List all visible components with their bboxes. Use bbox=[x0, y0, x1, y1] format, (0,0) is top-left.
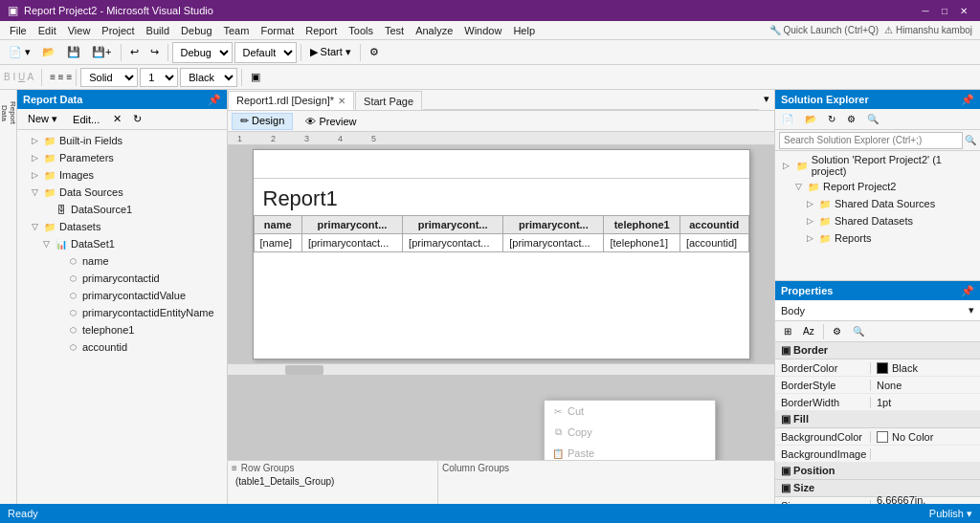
report-paper[interactable]: Report1 name primarycont... primarycont.… bbox=[253, 149, 750, 360]
sol-label: Reports bbox=[835, 232, 872, 244]
misc-btn[interactable]: ⚙ bbox=[365, 42, 384, 63]
menu-analyze[interactable]: Analyze bbox=[410, 23, 458, 38]
tree-field-primarycontactid[interactable]: ⬡ primarycontactid bbox=[19, 270, 225, 287]
prop-value[interactable]: No Color bbox=[871, 431, 980, 443]
refresh-btn[interactable]: ↻ bbox=[128, 111, 146, 128]
dataset-icon: 📊 bbox=[54, 236, 69, 251]
tree-field-name[interactable]: ⬡ name bbox=[19, 252, 225, 270]
prop-value[interactable]: None bbox=[871, 380, 980, 391]
prop-dropdown-icon[interactable]: ▾ bbox=[969, 304, 974, 316]
close-button[interactable]: ✕ bbox=[955, 3, 972, 18]
save-all-button[interactable]: 💾+ bbox=[87, 42, 116, 63]
open-button[interactable]: 📂 bbox=[37, 42, 60, 63]
ctx-paste[interactable]: 📋 Paste bbox=[545, 443, 715, 460]
border-style-dropdown[interactable]: Solid bbox=[80, 68, 138, 87]
tree-datasource1[interactable]: 🗄 DataSource1 bbox=[19, 201, 225, 218]
tree-project[interactable]: ▽ 📁 Report Project2 bbox=[777, 178, 978, 195]
menu-team[interactable]: Team bbox=[218, 23, 256, 38]
format-extra-btn[interactable]: ▣ bbox=[246, 67, 265, 88]
tree-field-primarycontactidvalue[interactable]: ⬡ primarycontactidValue bbox=[19, 287, 225, 304]
row-group-item[interactable]: (table1_Details_Group) bbox=[232, 475, 434, 488]
position-section[interactable]: ▣ Position bbox=[775, 463, 980, 480]
sol-toolbar-btn3[interactable]: ↻ bbox=[823, 111, 840, 128]
start-button[interactable]: ▶ Start ▾ bbox=[305, 42, 356, 63]
delete-btn[interactable]: ✕ bbox=[108, 111, 126, 128]
report-canvas[interactable]: 12345 Report1 name primarycont... primar… bbox=[228, 132, 774, 460]
menu-debug[interactable]: Debug bbox=[175, 23, 217, 38]
border-color-dropdown[interactable]: Black bbox=[180, 68, 237, 87]
tab-scroll-btn[interactable]: ▾ bbox=[759, 88, 774, 109]
tab-close-icon[interactable]: ✕ bbox=[338, 96, 345, 106]
sol-toolbar-btn5[interactable]: 🔍 bbox=[862, 111, 883, 128]
menu-window[interactable]: Window bbox=[458, 23, 507, 38]
tree-reports[interactable]: ▷ 📁 Reports bbox=[777, 229, 978, 247]
border-width-dropdown[interactable]: 1 pt bbox=[140, 68, 178, 87]
prop-extra-btn2[interactable]: 🔍 bbox=[848, 323, 869, 340]
prop-value[interactable]: 1pt bbox=[871, 397, 980, 408]
tree-shared-datasets[interactable]: ▷ 📁 Shared Datasets bbox=[777, 212, 978, 229]
menu-build[interactable]: Build bbox=[141, 23, 175, 38]
tree-builtin-fields[interactable]: ▷ 📁 Built-in Fields bbox=[19, 132, 225, 149]
border-section[interactable]: ▣ Border bbox=[775, 342, 980, 360]
prop-alpha-btn[interactable]: Az bbox=[798, 323, 819, 340]
menu-tools[interactable]: Tools bbox=[343, 23, 379, 38]
tree-solution[interactable]: ▷ 📁 Solution 'Report Project2' (1 projec… bbox=[777, 153, 978, 178]
hscrollbar[interactable] bbox=[228, 363, 774, 375]
edit-btn[interactable]: Edit... bbox=[66, 111, 106, 128]
design-button[interactable]: ✏ Design bbox=[232, 113, 293, 130]
context-menu[interactable]: ✂ Cut ⧉ Copy 📋 Paste Insert ▶ T bbox=[544, 400, 716, 460]
report-table[interactable]: name primarycont... primarycont... prima… bbox=[254, 215, 749, 252]
tree-parameters[interactable]: ▷ 📁 Parameters bbox=[19, 149, 225, 166]
menu-view[interactable]: View bbox=[62, 23, 97, 38]
maximize-button[interactable]: □ bbox=[936, 3, 953, 18]
prop-category-btn[interactable]: ⊞ bbox=[779, 323, 796, 340]
publish-button[interactable]: Publish ▾ bbox=[929, 508, 972, 520]
minimize-button[interactable]: ─ bbox=[917, 3, 934, 18]
tree-shared-datasources[interactable]: ▷ 📁 Shared Data Sources bbox=[777, 195, 978, 212]
folder-icon: 📁 bbox=[817, 196, 833, 211]
undo-button[interactable]: ↩ bbox=[125, 42, 144, 63]
menu-format[interactable]: Format bbox=[255, 23, 300, 38]
menu-project[interactable]: Project bbox=[96, 23, 140, 38]
solution-tree: ▷ 📁 Solution 'Report Project2' (1 projec… bbox=[775, 151, 980, 249]
prop-extra-btn[interactable]: ⚙ bbox=[828, 323, 846, 340]
tree-datasets[interactable]: ▽ 📁 Datasets bbox=[19, 218, 225, 235]
tab-report1[interactable]: Report1.rdl [Design]* ✕ bbox=[228, 91, 354, 110]
panel-pin-icon[interactable]: 📌 bbox=[208, 94, 221, 106]
tree-data-sources[interactable]: ▽ 📁 Data Sources bbox=[19, 184, 225, 201]
preview-button[interactable]: 👁 Preview bbox=[297, 113, 365, 130]
new-project-button[interactable]: 📄 ▾ bbox=[4, 42, 35, 63]
tree-label: primarycontactid bbox=[82, 272, 160, 284]
menu-report[interactable]: Report bbox=[300, 23, 343, 38]
redo-button[interactable]: ↪ bbox=[145, 42, 164, 63]
menu-edit[interactable]: Edit bbox=[33, 23, 62, 38]
sol-pin-icon[interactable]: 📌 bbox=[961, 94, 974, 106]
tab-start[interactable]: Start Page bbox=[355, 91, 422, 110]
new-btn[interactable]: New ▾ bbox=[21, 111, 64, 128]
tree-field-accountid[interactable]: ⬡ accountid bbox=[19, 338, 225, 356]
prop-value[interactable]: Black bbox=[871, 362, 980, 374]
fill-section[interactable]: ▣ Fill bbox=[775, 411, 980, 428]
config-dropdown[interactable]: Default bbox=[234, 42, 297, 63]
sol-search-input[interactable] bbox=[779, 132, 963, 149]
sol-toolbar-btn1[interactable]: 📄 bbox=[777, 111, 798, 128]
save-button[interactable]: 💾 bbox=[62, 42, 85, 63]
hscroll-thumb[interactable] bbox=[285, 365, 323, 375]
ctx-copy[interactable]: ⧉ Copy bbox=[545, 422, 715, 443]
tree-dataset1[interactable]: ▽ 📊 DataSet1 bbox=[19, 235, 225, 252]
sol-search-icon[interactable]: 🔍 bbox=[965, 135, 976, 145]
expand-icon: ▷ bbox=[802, 213, 817, 229]
sol-toolbar-btn4[interactable]: ⚙ bbox=[842, 111, 860, 128]
prop-pin-icon[interactable]: 📌 bbox=[961, 285, 974, 297]
tree-images[interactable]: ▷ 📁 Images bbox=[19, 166, 225, 184]
debug-dropdown[interactable]: Debug bbox=[172, 42, 233, 63]
title-text: Report Project2 - Microsoft Visual Studi… bbox=[24, 5, 917, 16]
sol-toolbar-btn2[interactable]: 📂 bbox=[800, 111, 821, 128]
ctx-cut[interactable]: ✂ Cut bbox=[545, 401, 715, 422]
vert-report-data-btn[interactable]: Report Data bbox=[1, 94, 16, 132]
menu-file[interactable]: File bbox=[4, 23, 33, 38]
tree-field-telephone1[interactable]: ⬡ telephone1 bbox=[19, 321, 225, 338]
menu-test[interactable]: Test bbox=[379, 23, 410, 38]
tree-field-primarycontactidentityname[interactable]: ⬡ primarycontactidEntityName bbox=[19, 304, 225, 321]
menu-help[interactable]: Help bbox=[507, 23, 541, 38]
